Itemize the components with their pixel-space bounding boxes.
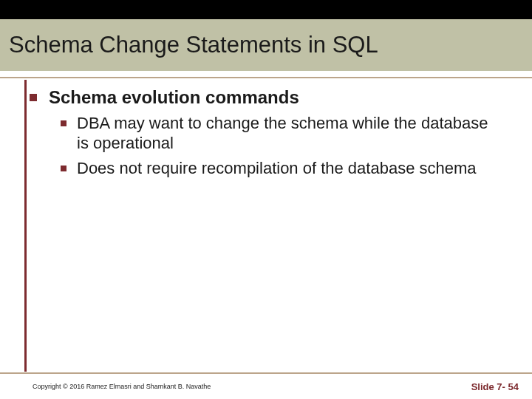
bullet-level0: Schema evolution commands <box>30 87 517 109</box>
square-bullet-icon <box>61 120 66 126</box>
title-underline <box>0 71 532 78</box>
square-bullet-icon <box>61 166 66 171</box>
slide-number: Slide 7- 54 <box>471 381 519 392</box>
bullet-level1-text: Does not require recompilation of the da… <box>77 158 477 179</box>
bullet-level1-item: Does not require recompilation of the da… <box>61 158 517 179</box>
bullet-level1-item: DBA may want to change the schema while … <box>61 113 517 154</box>
top-black-bar <box>0 0 532 19</box>
slide-title: Schema Change Statements in SQL <box>9 32 378 58</box>
left-vertical-rule <box>24 80 27 372</box>
content-area: Schema evolution commands DBA may want t… <box>30 87 517 183</box>
square-bullet-icon <box>30 94 37 101</box>
copyright-text: Copyright © 2016 Ramez Elmasri and Shamk… <box>33 383 211 390</box>
footer: Copyright © 2016 Ramez Elmasri and Shamk… <box>0 372 532 399</box>
bullet-level1-group: DBA may want to change the schema while … <box>61 113 517 179</box>
bullet-level0-text: Schema evolution commands <box>49 87 299 109</box>
bullet-level1-text: DBA may want to change the schema while … <box>77 113 491 154</box>
title-band: Schema Change Statements in SQL <box>0 19 532 71</box>
